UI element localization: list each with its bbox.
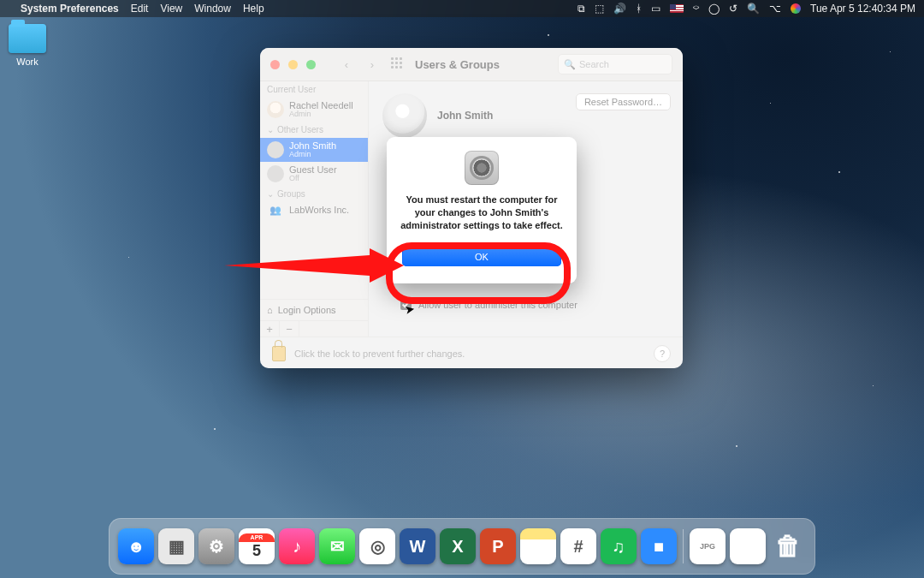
sidebar-current-user[interactable]: Rachel Needell Admin	[260, 98, 368, 122]
dropbox-icon[interactable]: ⧉	[578, 3, 585, 15]
desktop: System Preferences Edit View Window Help…	[0, 0, 924, 578]
menu-window[interactable]: Window	[194, 3, 231, 15]
window-zoom-button[interactable]	[306, 60, 316, 69]
window-titlebar: ‹ › Users & Groups 🔍 Search	[260, 48, 683, 81]
window-footer: Click the lock to prevent further change…	[260, 337, 683, 368]
user-fastswitch-icon[interactable]: ◯	[708, 3, 720, 15]
dock-app-notes[interactable]	[520, 528, 556, 564]
desktop-folder-work[interactable]: Work	[9, 24, 46, 67]
avatar-icon	[267, 101, 284, 118]
search-field[interactable]: 🔍 Search	[558, 54, 672, 74]
battery-icon[interactable]: ▭	[651, 3, 660, 15]
cursor-icon: ➤	[404, 301, 417, 317]
spotlight-icon[interactable]: 🔍	[747, 3, 760, 15]
dock-app-zoom[interactable]: ■	[641, 528, 677, 564]
menubar: System Preferences Edit View Window Help…	[0, 0, 924, 17]
dock-trash[interactable]: 🗑	[770, 528, 806, 564]
menu-help[interactable]: Help	[243, 3, 264, 15]
sidebar-group-name: LabWorks Inc.	[289, 205, 349, 215]
lock-icon[interactable]	[272, 346, 286, 361]
menubar-app-name[interactable]: System Preferences	[21, 3, 119, 15]
search-placeholder: Search	[579, 59, 609, 69]
forward-button[interactable]: ›	[364, 56, 381, 73]
sidebar-header-groups[interactable]: ⌄Groups	[260, 186, 368, 202]
back-button[interactable]: ‹	[338, 56, 355, 73]
sidebar-header-current-user: Current User	[260, 81, 368, 98]
bluetooth-icon[interactable]: ᚼ	[636, 3, 642, 15]
ok-button[interactable]: OK	[402, 247, 561, 266]
admin-checkbox-label: Allow user to administer this computer	[418, 300, 578, 310]
group-icon: 👥	[267, 205, 284, 216]
dock: ☻▦⚙APR5♪✉◎WXP#♫■JPG🗑	[109, 518, 815, 575]
window-minimize-button[interactable]	[288, 60, 298, 69]
reset-password-button[interactable]: Reset Password…	[576, 93, 671, 110]
dock-doc-doc-jpg[interactable]: JPG	[690, 528, 726, 564]
chevron-down-icon: ⌄	[267, 125, 274, 134]
wifi-icon[interactable]: ⌔	[693, 3, 699, 15]
sidebar-group-labworks[interactable]: 👥 LabWorks Inc.	[260, 202, 368, 218]
siri-icon[interactable]	[791, 3, 801, 14]
dock-app-slack[interactable]: #	[560, 528, 596, 564]
dock-separator	[683, 529, 684, 563]
dock-app-chrome[interactable]: ◎	[359, 528, 395, 564]
avatar-icon	[267, 141, 284, 158]
dock-app-messages[interactable]: ✉	[319, 528, 355, 564]
input-source-flag-icon[interactable]	[670, 4, 684, 13]
sidebar-user-guest[interactable]: Guest User Off	[260, 162, 368, 186]
package-icon[interactable]: ⬚	[595, 3, 604, 15]
dock-app-spotify[interactable]: ♫	[601, 528, 637, 564]
sidebar-user-role: Admin	[289, 110, 353, 119]
sidebar-user-role: Off	[289, 175, 337, 183]
sidebar-user-john-smith[interactable]: John Smith Admin	[260, 138, 368, 162]
users-sidebar: Current User Rachel Needell Admin ⌄Other…	[260, 81, 369, 337]
add-user-button[interactable]: +	[260, 321, 280, 337]
chevron-down-icon: ⌄	[267, 189, 274, 199]
volume-icon[interactable]: 🔊	[613, 3, 626, 15]
dock-app-finder[interactable]: ☻	[118, 528, 154, 564]
dock-app-excel[interactable]: X	[440, 528, 476, 564]
window-title: Users & Groups	[415, 58, 500, 71]
dock-app-system-preferences[interactable]: ⚙	[198, 528, 234, 564]
folder-icon	[9, 24, 46, 53]
desktop-folder-label: Work	[9, 57, 46, 67]
user-avatar[interactable]	[382, 93, 427, 138]
help-button[interactable]: ?	[654, 345, 671, 362]
show-all-button[interactable]	[389, 56, 406, 73]
dock-app-word[interactable]: W	[400, 528, 435, 564]
login-options-label: Login Options	[278, 305, 336, 315]
search-icon: 🔍	[564, 59, 576, 70]
dock-app-calendar[interactable]: APR5	[239, 528, 275, 564]
menu-edit[interactable]: Edit	[131, 3, 149, 15]
dock-app-music[interactable]: ♪	[279, 528, 315, 564]
dialog-message: You must restart the computer for your c…	[399, 194, 565, 232]
window-close-button[interactable]	[270, 60, 280, 69]
restart-required-dialog: You must restart the computer for your c…	[387, 137, 577, 283]
admin-checkbox-row[interactable]: Allow user to administer this computer	[397, 296, 578, 313]
lock-hint-text: Click the lock to prevent further change…	[294, 349, 465, 359]
dock-app-launchpad[interactable]: ▦	[158, 528, 194, 564]
control-center-icon[interactable]: ⌥	[769, 3, 781, 15]
remove-user-button[interactable]: −	[280, 321, 299, 337]
dock-doc-doc2[interactable]	[730, 528, 766, 564]
dock-app-powerpoint[interactable]: P	[480, 528, 516, 564]
sidebar-header-other-users[interactable]: ⌄Other Users	[260, 122, 368, 138]
sidebar-user-role: Admin	[289, 151, 336, 159]
avatar-icon	[267, 165, 284, 182]
login-options-row[interactable]: ⌂ Login Options	[260, 299, 368, 320]
user-name-label: John Smith	[437, 110, 493, 122]
menu-view[interactable]: View	[160, 3, 182, 15]
menubar-clock[interactable]: Tue Apr 5 12:40:34 PM	[810, 3, 915, 15]
time-machine-icon[interactable]: ↺	[729, 3, 737, 15]
home-icon: ⌂	[267, 305, 273, 315]
system-preferences-icon	[465, 151, 499, 185]
